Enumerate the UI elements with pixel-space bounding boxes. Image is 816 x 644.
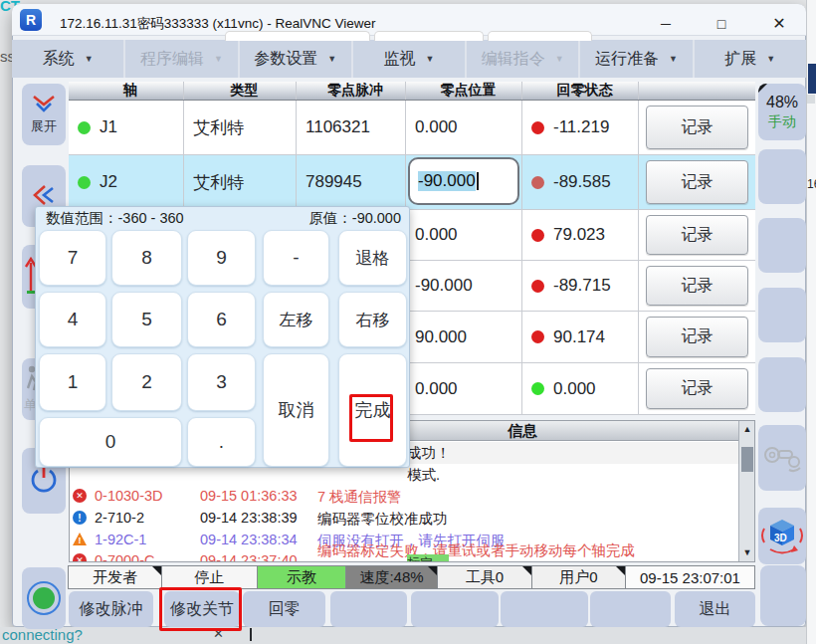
enable-circle-icon (24, 578, 64, 618)
modify-pulse-button[interactable]: 修改脉冲 (69, 591, 153, 627)
log-code: 0-7000-C (95, 552, 154, 562)
right-panel-button[interactable] (758, 218, 806, 273)
log-row[interactable]: ! 2-710-2 09-14 23:38:39 编码器零位校准成功 (70, 508, 738, 530)
status-run-state[interactable]: 停止 (161, 565, 258, 589)
key-cancel[interactable]: 取消 (263, 353, 329, 467)
chevron-down-icon: ▼ (426, 54, 435, 64)
record-button[interactable]: 记录 (646, 160, 748, 204)
right-panel-button[interactable] (758, 357, 806, 412)
sidebar-enable-button[interactable] (22, 567, 66, 629)
log-code: 2-710-2 (95, 510, 144, 526)
annotation-box-done (349, 394, 393, 442)
background-tab-strip (374, 31, 484, 41)
status-tool[interactable]: 工具0 (437, 565, 532, 589)
bottom-button-empty[interactable] (501, 591, 588, 627)
bottom-button-empty[interactable] (411, 591, 499, 627)
key-7[interactable]: 7 (39, 230, 106, 286)
bottom-button-empty[interactable] (590, 591, 671, 627)
status-teach-mode[interactable]: 示教 (257, 565, 346, 589)
background-bottom-strip (0, 627, 816, 644)
key-6[interactable]: 6 (187, 292, 256, 347)
scroll-up-icon[interactable]: ▲ (741, 424, 753, 434)
background-tab-strip (225, 31, 370, 41)
key-5[interactable]: 5 (111, 292, 182, 347)
menu-monitor[interactable]: 监视▼ (353, 40, 465, 78)
log-row[interactable]: ✕ 0-1030-3D 09-15 01:36:33 7 栈通信报警 (70, 486, 738, 508)
background-mark (807, 95, 815, 104)
key-1[interactable]: 1 (39, 353, 106, 411)
background-tab-strip (488, 31, 592, 41)
sidebar-expand-button[interactable]: 展开 (22, 84, 66, 145)
key-2[interactable]: 2 (111, 353, 182, 411)
menu-extend[interactable]: 扩展▼ (695, 40, 806, 78)
key-8[interactable]: 8 (111, 230, 182, 286)
home-button[interactable]: 回零 (243, 591, 325, 627)
chevron-down-icon: ▼ (766, 54, 775, 64)
minimize-button[interactable]: ─ (647, 8, 685, 39)
exit-button[interactable]: 退出 (675, 591, 755, 627)
home-status-cell: 0.000 (522, 363, 639, 414)
speed-mode-button[interactable]: 48% 手动 (758, 84, 806, 140)
zero-pos-cell[interactable]: -90.000 (406, 261, 522, 311)
home-status-dot (531, 121, 544, 134)
menu-bar: 系统▼ 程序编辑▼ 参数设置▼ 监视▼ 编辑指令▼ 运行准备▼ 扩展▼ (12, 40, 806, 78)
chevron-down-icon: ▼ (555, 54, 564, 64)
menu-run-prepare[interactable]: 运行准备▼ (580, 40, 692, 78)
record-button[interactable]: 记录 (646, 266, 748, 306)
info-panel-title: 信息 (508, 422, 537, 441)
jog-controller-button[interactable] (758, 425, 806, 491)
menu-parameter-settings[interactable]: 参数设置▼ (240, 40, 351, 78)
corner-mark (428, 566, 437, 575)
menu-system[interactable]: 系统▼ (12, 40, 123, 78)
home-status-cell: 79.023 (522, 210, 639, 260)
key-dot[interactable]: . (187, 417, 256, 467)
record-button[interactable]: 记录 (646, 317, 748, 357)
corner-mark (616, 566, 625, 575)
right-panel-button[interactable] (758, 288, 806, 342)
chevron-down-icon: ▼ (669, 54, 678, 64)
double-chevron-down-icon (31, 94, 57, 115)
3d-cube-icon: 3D (760, 517, 804, 556)
zero-pos-cell[interactable]: 0.000 (406, 210, 522, 260)
log-time: 09-14 23:38:34 (200, 532, 298, 547)
table-row[interactable]: J1 艾利特 1106321 0.000 -11.219 记录 (69, 101, 755, 155)
col-header-home-status: 回零状态 (522, 82, 639, 100)
axis-cell: J1 (69, 101, 184, 154)
key-move-right[interactable]: 右移 (338, 292, 407, 347)
scrollbar-thumb[interactable] (741, 447, 753, 472)
zero-pos-cell[interactable]: 0.000 (406, 101, 522, 154)
key-3[interactable]: 3 (187, 353, 256, 411)
right-panel-button[interactable] (758, 149, 806, 204)
close-button[interactable]: ✕ (760, 8, 798, 39)
info-scrollbar[interactable]: ▲ ▼ (738, 421, 754, 562)
status-role[interactable]: 开发者 (68, 565, 162, 589)
key-0[interactable]: 0 (39, 417, 182, 467)
key-backspace[interactable]: 退格 (338, 230, 407, 286)
log-time: 09-14 23:38:39 (200, 510, 298, 526)
home-status-cell: -89.585 (522, 155, 639, 209)
zero-pos-cell[interactable]: 0.000 (406, 363, 522, 414)
key-4[interactable]: 4 (39, 292, 106, 347)
record-button[interactable]: 记录 (646, 106, 748, 149)
keypad-range-label: 数值范围：-360 - 360 (46, 209, 184, 228)
background-navy-fragment (808, 64, 816, 94)
key-minus[interactable]: - (263, 230, 329, 286)
maximize-button[interactable]: □ (703, 8, 740, 39)
bottom-button-empty[interactable] (330, 591, 407, 627)
bottom-right-button[interactable] (760, 565, 806, 626)
zero-position-input[interactable]: -90.000 (408, 157, 519, 205)
svg-text:3D: 3D (774, 533, 787, 543)
col-header-zero-pulse: 零点脉冲 (297, 82, 406, 100)
scroll-down-icon[interactable]: ▼ (741, 547, 753, 557)
log-row[interactable]: 编码器标定失败，请重试或者手动移动每个轴完成 ✕ 0-7000-C 09-14 … (70, 546, 738, 562)
view-3d-button[interactable]: 3D (758, 508, 806, 564)
record-button[interactable]: 记录 (646, 215, 748, 255)
key-9[interactable]: 9 (187, 230, 256, 286)
record-button[interactable]: 记录 (646, 368, 748, 409)
status-user[interactable]: 用户0 (531, 565, 626, 589)
key-move-left[interactable]: 左移 (263, 292, 329, 347)
menu-program-edit: 程序编辑▼ (125, 40, 237, 78)
zero-pos-cell[interactable]: 90.000 (406, 312, 522, 362)
status-speed[interactable]: 速度:48% (345, 565, 438, 589)
table-header-row: 轴 类型 零点脉冲 零点位置 回零状态 (69, 82, 755, 101)
